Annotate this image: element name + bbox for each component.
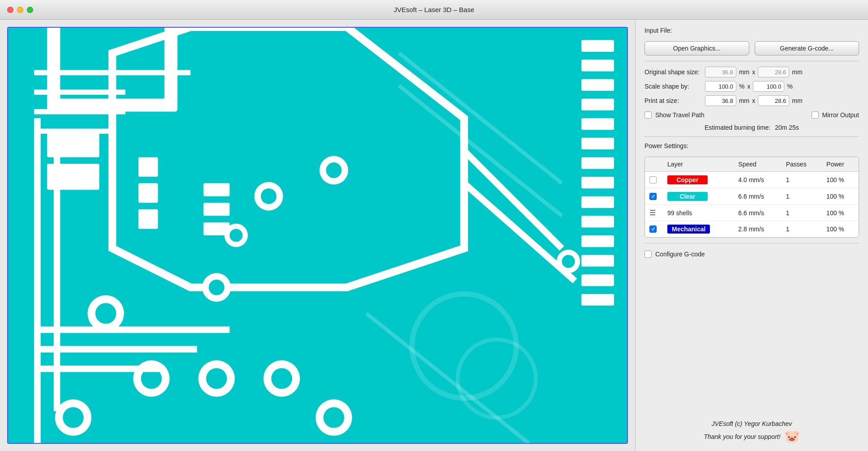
row-copper-checkbox-cell: [645, 172, 663, 188]
est-time-row: Estimated burning time: 20m 25s: [645, 124, 859, 131]
divider-1: [645, 61, 859, 61]
mechanical-row-checkbox[interactable]: [649, 226, 657, 233]
col-header-layer: Layer: [663, 157, 734, 172]
configure-gcode-row: Configure G-code: [645, 251, 859, 258]
table-row: Copper 4.0 mm/s 1 100 %: [645, 172, 859, 188]
input-file-label: Input File:: [645, 27, 859, 34]
table-row: Clear 6.6 mm/s 1 100 %: [645, 188, 859, 205]
svg-point-38: [261, 188, 276, 204]
svg-rect-13: [581, 60, 614, 71]
piggy-icon: 🐷: [784, 429, 800, 444]
print-width-input[interactable]: [705, 95, 736, 106]
power-settings-label: Power Settings:: [645, 142, 859, 149]
show-travel-checkbox[interactable]: [645, 111, 652, 119]
right-panel: Input File: Open Graphics... Generate G-…: [635, 20, 868, 451]
button-row: Open Graphics... Generate G-code...: [645, 41, 859, 55]
configure-gcode-checkbox[interactable]: [645, 251, 652, 258]
original-width-input[interactable]: [705, 67, 736, 77]
print-height-input[interactable]: [758, 95, 789, 106]
minimize-button[interactable]: [17, 7, 23, 13]
svg-point-44: [209, 280, 224, 295]
svg-point-42: [230, 229, 243, 242]
copper-row-checkbox[interactable]: [649, 176, 657, 183]
svg-point-40: [326, 162, 342, 178]
svg-rect-73: [203, 183, 229, 196]
svg-rect-15: [581, 99, 614, 111]
mirror-output-row: Mirror Output: [812, 111, 859, 119]
row-clear-speed: 6.6 mm/s: [734, 188, 781, 205]
mirror-output-checkbox[interactable]: [812, 111, 819, 119]
row-shells-passes: 1: [782, 205, 822, 221]
show-travel-label: Show Travel Path: [655, 111, 705, 119]
open-graphics-button[interactable]: Open Graphics...: [645, 41, 749, 55]
hamburger-icon: ☰: [649, 209, 656, 217]
scale-y-input[interactable]: [753, 81, 784, 92]
window-title: JVEsoft – Laser 3D – Base: [394, 6, 474, 13]
svg-rect-74: [203, 203, 229, 216]
scale-y-unit: %: [787, 83, 792, 90]
svg-rect-18: [581, 157, 614, 169]
close-button[interactable]: [7, 7, 13, 13]
table-row: ☰ 99 shells 6.6 mm/s 1 100 %: [645, 205, 859, 221]
pcb-canvas: [7, 27, 628, 444]
scale-sep: x: [747, 83, 750, 90]
footer-line1: JVEsoft (c) Yegor Kurbachev: [645, 420, 859, 427]
table-row: Mechanical 2.8 mm/s 1 100 %: [645, 221, 859, 238]
row-shells-icon-cell: ☰: [645, 205, 663, 221]
original-height-input[interactable]: [758, 67, 789, 77]
svg-rect-68: [34, 327, 229, 333]
print-size-label: Print at size:: [645, 97, 700, 104]
divider-2: [645, 136, 859, 137]
col-header-speed: Speed: [734, 157, 781, 172]
svg-point-50: [206, 368, 227, 389]
col-header-checkbox: [645, 157, 663, 172]
row-mechanical-checkbox-cell: [645, 221, 663, 238]
main-content: Input File: Open Graphics... Generate G-…: [0, 20, 868, 451]
svg-rect-75: [203, 222, 229, 235]
svg-rect-67: [138, 209, 158, 229]
original-size-row: mm x mm: [705, 67, 859, 77]
footer-line2: Thank you for your support!: [704, 433, 780, 440]
footer: JVEsoft (c) Yegor Kurbachev Thank you fo…: [645, 420, 859, 444]
table-header-row: Layer Speed Passes Power: [645, 157, 859, 172]
shape-size-form: Original shape size: mm x mm Scale shape…: [645, 67, 859, 106]
original-shape-label: Original shape size:: [645, 68, 700, 76]
svg-point-56: [63, 407, 84, 428]
original-sep: x: [752, 68, 755, 76]
svg-rect-17: [581, 138, 614, 149]
svg-rect-12: [581, 40, 614, 52]
col-header-power: Power: [822, 157, 859, 172]
svg-rect-19: [581, 177, 614, 188]
row-shells-layer: 99 shells: [663, 205, 734, 221]
row-clear-checkbox-cell: [645, 188, 663, 205]
canvas-area: [0, 20, 635, 451]
scale-x-input[interactable]: [705, 81, 736, 92]
generate-gcode-button[interactable]: Generate G-code...: [755, 41, 859, 55]
titlebar: JVEsoft – Laser 3D – Base: [0, 0, 868, 20]
print-w-unit: mm: [739, 97, 749, 104]
row-clear-passes: 1: [782, 188, 822, 205]
show-travel-row: Show Travel Path: [645, 111, 705, 119]
scale-x-unit: %: [739, 83, 744, 90]
traffic-lights: [7, 7, 33, 13]
clear-row-checkbox[interactable]: [649, 193, 657, 200]
svg-rect-65: [138, 157, 158, 177]
svg-rect-24: [581, 274, 614, 286]
row-mechanical-power: 100 %: [822, 221, 859, 238]
svg-point-54: [323, 407, 344, 428]
mirror-output-label: Mirror Output: [822, 111, 859, 119]
svg-point-52: [271, 368, 292, 389]
power-table: Layer Speed Passes Power Copper: [645, 157, 859, 237]
options-row: Show Travel Path Mirror Output: [645, 111, 859, 119]
row-clear-power: 100 %: [822, 188, 859, 205]
svg-rect-22: [581, 235, 614, 247]
print-h-unit: mm: [792, 97, 802, 104]
svg-rect-71: [34, 118, 41, 443]
est-time-value: 20m 25s: [775, 124, 799, 131]
row-copper-layer: Copper: [663, 172, 734, 188]
col-header-passes: Passes: [782, 157, 822, 172]
svg-rect-23: [581, 255, 614, 267]
copper-badge: Copper: [667, 175, 708, 184]
maximize-button[interactable]: [27, 7, 33, 13]
row-shells-speed: 6.6 mm/s: [734, 205, 781, 221]
